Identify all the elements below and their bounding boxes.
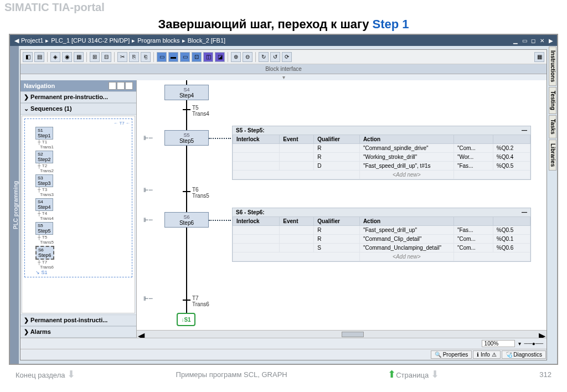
branch-stub[interactable]: ⊩┄ [143,187,153,194]
nav-tree[interactable]: ← T7 ← S1Step1┼ T1 Trans1S2Step2┼ T2 Tra… [22,116,135,313]
collapse-icon[interactable]: — [522,127,527,133]
tb-icon[interactable]: ▬ [168,52,178,62]
title-text: Завершающий шаг, переход к шагу [158,17,372,31]
tab-tasks[interactable]: Tasks [549,115,556,138]
zoom-out-icon[interactable]: ⊖ [117,82,125,90]
center-column: ◧ ▤ ◈ ◉ ▦ ⊞ ⊟ ✂ ⎘ ⎗ ▭ ▬ ▭ ⊡ ◫ ◪ [20,49,547,360]
maximize-icon[interactable]: ◻ [529,37,537,44]
tb-icon[interactable]: ⊡ [192,52,202,62]
branch-stub[interactable]: ⊩┄ [143,295,153,302]
tb-icon[interactable]: ⊖ [243,52,252,62]
step-s5[interactable]: S5Step5 [164,130,209,146]
tb-icon[interactable]: ◧ [23,52,33,62]
tb-icon[interactable]: ▭ [157,52,167,62]
tb-icon[interactable]: ◉ [62,52,72,62]
content-split: Navigation ⊕ ⊖ ⌄ ❯ Permanent pre-instruc… [20,80,547,338]
nav-perm-pre[interactable]: ❯ Permanent pre-instructio... [20,91,136,103]
footer-tabs: 🔍 Properties ℹ Info ⚠ 🩺 Diagnostics [20,349,547,360]
toolbar: ◧ ▤ ◈ ◉ ▦ ⊞ ⊟ ✂ ⎘ ⎗ ▭ ▬ ▭ ⊡ ◫ ◪ [20,50,547,64]
trans-t7[interactable]: T7Trans6 [192,295,209,307]
h-scrollbar[interactable]: ◀ ▶ [137,330,547,338]
zoom-bar: 100% ▾ ──●── [20,338,547,349]
step-s4[interactable]: S4Step4 [164,85,209,100]
tab-properties[interactable]: 🔍 Properties [431,350,472,359]
tree-step[interactable]: S1Step1 [35,127,53,140]
tb-icon[interactable]: ⎗ [141,52,151,62]
tab-testing[interactable]: Testing [549,87,556,114]
block-interface[interactable]: Block interface [20,64,547,74]
nav-zoom: ⊕ ⊖ ⌄ [109,82,133,90]
bc-1[interactable]: PLC_1 [CPU 314C-2 PN/DP] [51,37,130,44]
tb-icon[interactable]: ↻ [259,52,269,62]
tab-instructions[interactable]: Instructions [549,47,556,86]
minimize-icon[interactable]: ▁ [512,37,519,44]
breadcrumb-bar: ◀ Project1▸ PLC_1 [CPU 314C-2 PN/DP]▸ Pr… [10,35,557,46]
footer-right: Страница [396,371,429,379]
detail-s5: S5 - Step5:— InterlockEventQualifierActi… [232,126,531,180]
tree-step[interactable]: S3Step3 [35,174,53,187]
nav-perm-post[interactable]: ❯ Permanent post-instructi... [20,314,136,326]
branch-stub[interactable]: ⊩┄ [143,216,153,224]
zoom-slider[interactable]: ──●── [524,341,543,347]
tb-icon[interactable]: ⊟ [101,52,111,62]
tb-icon[interactable]: ◪ [215,52,225,62]
tb-icon[interactable]: ⟳ [282,52,292,62]
left-rail[interactable]: PLC programming [10,46,19,364]
slide-title: Завершающий шаг, переход к шагу Step 1 [0,15,567,34]
main-area: PLC programming ◧ ▤ ◈ ◉ ▦ ⊞ ⊟ ✂ ⎘ ⎗ ▭ ▬ … [10,46,557,364]
tree-step[interactable]: S6Step6 [35,246,54,260]
app-frame: ◀ Project1▸ PLC_1 [CPU 314C-2 PN/DP]▸ Pr… [9,34,558,365]
tb-icon[interactable]: ✂ [117,52,127,62]
nav-panel: Navigation ⊕ ⊖ ⌄ ❯ Permanent pre-instruc… [20,80,137,338]
tab-diagnostics[interactable]: 🩺 Diagnostics [502,350,546,359]
footer-center: Примеры программ SCL, GRAPH [176,370,287,379]
tab-info[interactable]: ℹ Info ⚠ [473,350,500,359]
title-highlight: Step 1 [373,17,409,31]
close-icon[interactable]: ✕ [538,37,546,44]
page-number: 312 [539,370,551,379]
nav-sequences[interactable]: ⌄ Sequences (1) [20,103,136,115]
tb-icon[interactable]: ⎘ [129,52,139,62]
tb-icon[interactable]: ⊞ [90,52,100,62]
zoom-in-icon[interactable]: ⊕ [109,82,116,90]
bc-2[interactable]: Program blocks [137,37,179,44]
tb-icon[interactable]: ▭ [180,52,190,62]
tb-icon[interactable]: ▦ [74,52,84,62]
zoom-menu-icon[interactable]: ⌄ [125,82,133,90]
zoom-dropdown-icon[interactable]: ▾ [518,341,521,347]
restore-icon[interactable]: ▭ [520,37,528,44]
tree-step[interactable]: S4Step4 [35,198,53,211]
bc-left-arrow[interactable]: ◀ [14,37,19,44]
right-arrow-icon[interactable]: ▶ [547,37,555,44]
right-rail: Instructions Testing Tasks Libraries [548,46,557,364]
step-s6[interactable]: S6Step6 [164,212,209,228]
footer-left: Конец раздела [16,371,65,379]
bc-0[interactable]: Project1 [21,37,43,44]
jump-s1[interactable]: ↓S1 [177,313,195,326]
tb-icon[interactable]: ▦ [534,52,544,62]
bc-3[interactable]: Block_2 [FB1] [188,37,225,44]
trans-t6[interactable]: T6Trans5 [192,187,209,199]
graph-area[interactable]: S4Step4 T5Trans4 S5Step5 ⊩┄ T6Trans5 [137,80,547,338]
branch-stub[interactable]: ⊩┄ [143,135,153,142]
tab-libraries[interactable]: Libraries [549,140,556,171]
tb-icon[interactable]: ▤ [34,52,44,62]
nav-header: Navigation ⊕ ⊖ ⌄ [20,80,136,91]
nav-title: Navigation [24,82,55,89]
tree-step[interactable]: S2Step2 [35,151,53,163]
page-footer: Конец раздела ⬇ Примеры программ SCL, GR… [0,365,567,384]
d5-title: S5 - Step5: [236,127,265,133]
collapse-icon[interactable]: — [522,209,527,215]
arrow-down-icon: ⬇ [67,369,75,380]
expand-handle-icon[interactable]: ▾ [20,74,547,80]
tb-icon[interactable]: ↺ [270,52,280,62]
tb-icon[interactable]: ◫ [203,52,213,62]
tree-step[interactable]: S5Step5 [35,222,53,235]
zoom-value[interactable]: 100% [482,340,515,347]
trans-t5[interactable]: T5Trans4 [192,105,209,117]
tb-icon[interactable]: ◈ [50,52,60,62]
d6-title: S6 - Step6: [236,209,265,215]
tb-icon[interactable]: ⊕ [231,52,241,62]
nav-alarms[interactable]: ❯ Alarms [20,326,136,338]
detail-s6: S6 - Step6:— InterlockEventQualifierActi… [232,208,531,262]
